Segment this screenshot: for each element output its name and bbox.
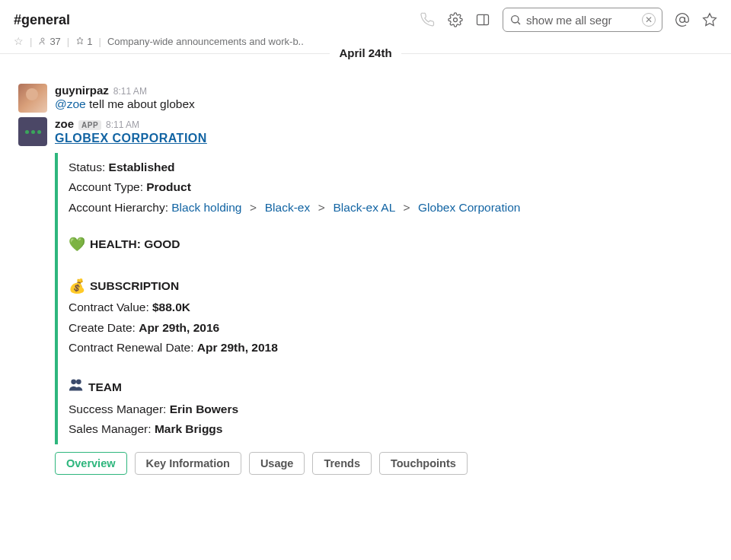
pin-count-value: 1 bbox=[87, 36, 92, 47]
key-information-button[interactable]: Key Information bbox=[135, 452, 241, 475]
breadcrumb-link[interactable]: Black-ex AL bbox=[333, 201, 394, 214]
sales-manager-label: Sales Manager: bbox=[69, 422, 155, 435]
create-date-label: Create Date: bbox=[69, 321, 139, 334]
status-label: Status: bbox=[69, 161, 109, 173]
moneybag-icon: 💰 bbox=[69, 275, 85, 298]
clear-search-icon[interactable]: ✕ bbox=[642, 13, 656, 27]
svg-marker-6 bbox=[704, 14, 717, 26]
usage-button[interactable]: Usage bbox=[249, 452, 305, 475]
message-text-rest: tell me about globex bbox=[86, 97, 195, 110]
message-author[interactable]: guynirpaz bbox=[55, 84, 109, 97]
svg-rect-1 bbox=[477, 14, 489, 24]
message-timestamp: 8:11 AM bbox=[113, 86, 147, 97]
account-type-label: Account Type: bbox=[69, 180, 146, 193]
search-box[interactable]: ✕ bbox=[503, 8, 662, 32]
message-timestamp: 8:11 AM bbox=[106, 119, 139, 130]
star-icon[interactable] bbox=[702, 12, 717, 27]
health-section-head: 💚 HEALTH: GOOD bbox=[69, 233, 717, 256]
breadcrumb-link[interactable]: Black holding bbox=[171, 201, 241, 214]
message-author[interactable]: zoe bbox=[55, 117, 74, 130]
date-divider-label: April 24th bbox=[330, 46, 401, 59]
channel-name[interactable]: #general bbox=[14, 12, 70, 28]
details-pane-icon[interactable] bbox=[475, 12, 490, 27]
channel-meta: ☆ | 37 | 1 | Company-wide announcements … bbox=[14, 35, 717, 47]
channel-topic[interactable]: Company-wide announcements and work-b.. bbox=[107, 36, 304, 47]
status-value: Established bbox=[109, 161, 175, 173]
message-text: @zoe tell me about globex bbox=[55, 97, 717, 111]
svg-line-4 bbox=[518, 22, 520, 24]
svg-point-3 bbox=[512, 16, 519, 23]
hierarchy-label: Account Hierarchy: bbox=[69, 201, 171, 214]
search-icon bbox=[509, 14, 522, 26]
svg-point-5 bbox=[680, 18, 685, 23]
subscription-head-text: SUBSCRIPTION bbox=[90, 276, 179, 296]
overview-button[interactable]: Overview bbox=[55, 452, 127, 475]
header-actions: ✕ bbox=[420, 8, 717, 32]
pin-count[interactable]: 1 bbox=[75, 36, 92, 47]
contract-value-label: Contract Value: bbox=[69, 301, 152, 313]
avatar[interactable] bbox=[18, 84, 47, 113]
renewal-date-value: Apr 29th, 2018 bbox=[197, 341, 278, 354]
app-badge: APP bbox=[78, 120, 101, 130]
breadcrumb-link[interactable]: Black-ex bbox=[265, 201, 310, 214]
create-date-value: Apr 29th, 2016 bbox=[139, 321, 219, 334]
account-type-value: Product bbox=[146, 180, 191, 193]
success-manager-value: Erin Bowers bbox=[170, 402, 238, 415]
svg-point-0 bbox=[454, 18, 458, 22]
avatar[interactable] bbox=[18, 117, 47, 146]
gear-icon[interactable] bbox=[448, 12, 463, 27]
member-count-value: 37 bbox=[49, 36, 60, 47]
account-card: Status: Established Account Type: Produc… bbox=[55, 153, 717, 444]
message: guynirpaz 8:11 AM @zoe tell me about glo… bbox=[18, 84, 717, 113]
heart-icon: 💚 bbox=[69, 233, 85, 256]
search-input[interactable] bbox=[526, 14, 633, 27]
date-divider: April 24th bbox=[0, 48, 731, 61]
trends-button[interactable]: Trends bbox=[312, 452, 372, 475]
subscription-section-head: 💰 SUBSCRIPTION bbox=[69, 275, 717, 298]
mentions-icon[interactable] bbox=[675, 12, 690, 27]
phone-icon[interactable] bbox=[420, 12, 436, 27]
member-count[interactable]: 37 bbox=[38, 36, 60, 47]
team-section-head: TEAM bbox=[69, 376, 717, 399]
health-head-text: HEALTH: GOOD bbox=[90, 234, 180, 254]
card-actions: Overview Key Information Usage Trends To… bbox=[55, 452, 717, 475]
company-link[interactable]: GLOBEX CORPORATION bbox=[55, 132, 207, 145]
sales-manager-value: Mark Briggs bbox=[155, 422, 223, 435]
touchpoints-button[interactable]: Touchpoints bbox=[379, 452, 468, 475]
renewal-date-label: Contract Renewal Date: bbox=[69, 341, 197, 354]
contract-value: $88.0K bbox=[152, 301, 190, 313]
team-head-text: TEAM bbox=[88, 377, 122, 397]
breadcrumb-link[interactable]: Globex Corporation bbox=[418, 201, 520, 214]
star-channel-icon[interactable]: ☆ bbox=[14, 35, 24, 47]
user-mention[interactable]: @zoe bbox=[55, 97, 86, 110]
team-icon bbox=[69, 376, 84, 399]
success-manager-label: Success Manager: bbox=[69, 402, 170, 415]
message: zoe APP 8:11 AM GLOBEX CORPORATION Statu… bbox=[18, 117, 717, 475]
